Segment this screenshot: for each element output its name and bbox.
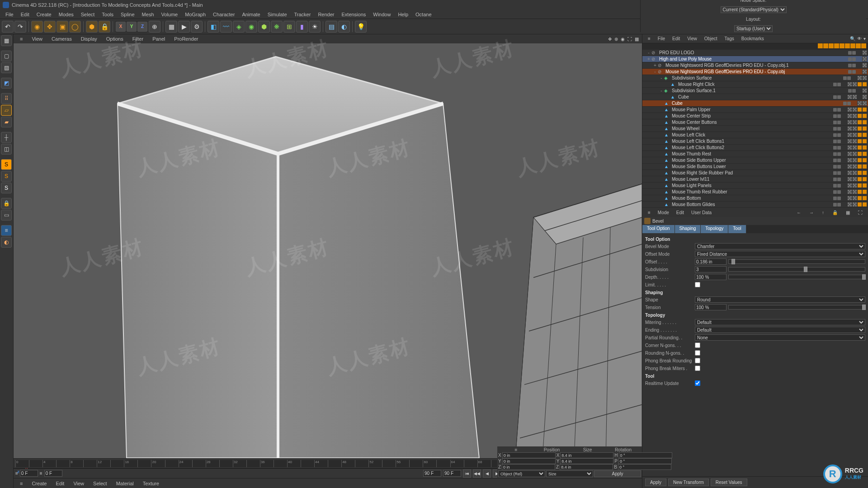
rot-h-input[interactable] xyxy=(619,452,672,458)
menu-item[interactable]: Create xyxy=(33,11,55,18)
rot-p-input[interactable] xyxy=(618,458,672,464)
snap-a-button[interactable]: S xyxy=(1,159,12,170)
object-row[interactable]: -⊘PRO EDU LOGO xyxy=(642,50,868,56)
menu-item[interactable]: Volume xyxy=(158,11,182,18)
attr-tab[interactable]: Topology xyxy=(701,225,728,233)
end-frame-input[interactable] xyxy=(423,470,441,477)
material-menu-item[interactable]: Select xyxy=(89,480,112,487)
object-row[interactable]: ▲Mouse Right Side Rubber Pad xyxy=(642,170,868,176)
viewport-menu-item[interactable]: Cameras xyxy=(47,35,76,42)
object-row[interactable]: ▲Mouse Lower lvl11 xyxy=(642,176,868,183)
om-filter-tag[interactable] xyxy=(845,43,850,48)
object-row[interactable]: ▲Mouse Side Buttons Lower xyxy=(642,164,868,170)
new-transform-button[interactable]: New Transform xyxy=(668,479,709,486)
menu-item[interactable]: Modes xyxy=(55,11,77,18)
object-row[interactable]: -◈Subdivision Surface.1 xyxy=(642,88,868,94)
menu-item[interactable]: Select xyxy=(77,11,99,18)
snap-c-button[interactable]: S xyxy=(1,183,12,193)
spline-button[interactable]: 〰 xyxy=(220,21,232,33)
apply-button[interactable]: Apply xyxy=(645,479,666,486)
xray-button[interactable]: ≡ xyxy=(1,225,12,236)
edges-mode-button[interactable]: ▱ xyxy=(1,105,12,116)
object-row[interactable]: ▲Mouse Side Buttons Upper xyxy=(642,157,868,164)
light-button[interactable]: ☀ xyxy=(309,21,321,33)
tension-input[interactable] xyxy=(695,304,726,310)
attr-tab[interactable]: Tool xyxy=(728,225,746,233)
bulb-button[interactable]: 💡 xyxy=(355,21,367,33)
material-menu-item[interactable]: Edit xyxy=(51,480,69,487)
attr-menu-item[interactable]: User Data xyxy=(688,209,715,216)
prev-frame-button[interactable]: ◀ xyxy=(483,469,491,478)
om-filter-tag[interactable] xyxy=(818,43,823,48)
object-row[interactable]: ▲Mouse Thumb Rest xyxy=(642,151,868,157)
om-filter-tag[interactable] xyxy=(861,43,866,48)
coord-size-select[interactable]: Size xyxy=(546,470,593,477)
make-editable-button[interactable]: ▦ xyxy=(1,35,12,46)
partial-rounding-select[interactable]: None xyxy=(695,334,865,341)
coord-apply-button[interactable]: Apply xyxy=(594,470,641,477)
reset-values-button[interactable]: Reset Values xyxy=(711,479,747,486)
redo-button[interactable]: ↷ xyxy=(14,21,26,33)
size-y-input[interactable] xyxy=(560,458,613,464)
menu-item[interactable]: Character xyxy=(209,11,238,18)
orbit-icon[interactable]: ⊕ xyxy=(613,36,619,42)
points-mode-button[interactable]: ⠿ xyxy=(1,93,12,104)
floor-button[interactable]: ▤ xyxy=(326,21,337,33)
rounding-ngons-checkbox[interactable] xyxy=(695,350,700,356)
planar-wp-button[interactable]: ▭ xyxy=(1,210,12,221)
object-row[interactable]: ▲Mouse Light Panels xyxy=(642,183,868,189)
attr-menu-item[interactable]: Edit xyxy=(673,209,688,216)
menu-item[interactable]: Simulate xyxy=(264,11,291,18)
material-menu-item[interactable]: Texture xyxy=(138,480,164,487)
polys-mode-button[interactable]: ▰ xyxy=(1,117,12,127)
om-menu-item[interactable]: Edit xyxy=(669,35,684,42)
model-mode-button[interactable]: ▢ xyxy=(1,51,12,61)
material-menu-item[interactable]: View xyxy=(69,480,89,487)
layout-select[interactable]: Startup (User) xyxy=(734,25,773,32)
attr-lock-icon[interactable]: 🔒 xyxy=(829,209,841,216)
attr-tab[interactable]: Tool Option xyxy=(642,225,675,233)
object-row[interactable]: ▲Mouse Wheel xyxy=(642,126,868,132)
object-row[interactable]: +⊘High and Low Poly Mouse xyxy=(642,56,868,62)
menu-item[interactable]: Spline xyxy=(117,11,138,18)
menu-item[interactable]: Render xyxy=(314,11,338,18)
om-menu-item[interactable]: File xyxy=(654,35,669,42)
rot-b-input[interactable] xyxy=(618,464,671,470)
pos-x-input[interactable] xyxy=(502,452,556,458)
shape-select[interactable]: Round xyxy=(695,296,865,303)
coord-mode-select[interactable]: Object (Rel) xyxy=(498,470,545,477)
fit-icon[interactable]: ⛶ xyxy=(626,36,633,42)
om-filter-tag[interactable] xyxy=(834,43,839,48)
camera-button[interactable]: ▮ xyxy=(296,21,308,33)
attr-new-icon[interactable]: ▦ xyxy=(842,209,854,216)
attr-back-icon[interactable]: ← xyxy=(793,209,805,216)
layout-icon[interactable]: ▦ xyxy=(633,36,640,42)
om-menu-item[interactable]: Bookmarks xyxy=(738,35,768,42)
coord-system-button[interactable]: ⊕ xyxy=(149,21,160,33)
depth-slider[interactable] xyxy=(728,275,865,279)
axis-x-toggle[interactable]: X xyxy=(116,22,126,32)
locked-axis-button[interactable]: 🔒 xyxy=(99,21,110,33)
locked-wp-button[interactable]: 🔒 xyxy=(1,198,12,209)
undo-button[interactable]: ↶ xyxy=(2,21,14,33)
limit-checkbox[interactable] xyxy=(695,282,700,287)
object-row[interactable]: -⊘Mouse Nightsword RGB GeoffDevries PRO … xyxy=(642,69,868,75)
size-x-input[interactable] xyxy=(560,452,613,458)
offset-slider[interactable] xyxy=(728,259,865,264)
cube-button[interactable]: ◧ xyxy=(208,21,219,33)
scene-button[interactable]: ⊞ xyxy=(283,21,295,33)
corner-ngons-checkbox[interactable] xyxy=(695,343,700,348)
move-button[interactable]: ✥ xyxy=(44,21,56,33)
attr-fwd-icon[interactable]: → xyxy=(806,209,817,216)
om-eye-icon[interactable]: 👁 xyxy=(857,36,862,41)
pos-z-input[interactable] xyxy=(502,464,555,470)
om-filter-icon[interactable]: ▾ xyxy=(863,36,866,41)
hamburger-icon[interactable]: ≡ xyxy=(15,35,27,42)
viewport-menu-item[interactable]: Options xyxy=(102,35,128,42)
bevel-mode-select[interactable]: Chamfer xyxy=(695,243,865,249)
axis-z-toggle[interactable]: Z xyxy=(137,22,147,32)
zoom-icon[interactable]: ◉ xyxy=(619,36,626,42)
viewport-menu-item[interactable]: Panel xyxy=(148,35,170,42)
tension-slider[interactable] xyxy=(728,305,865,310)
object-row[interactable]: ▲Mouse Left Click Buttons2 xyxy=(642,145,868,151)
